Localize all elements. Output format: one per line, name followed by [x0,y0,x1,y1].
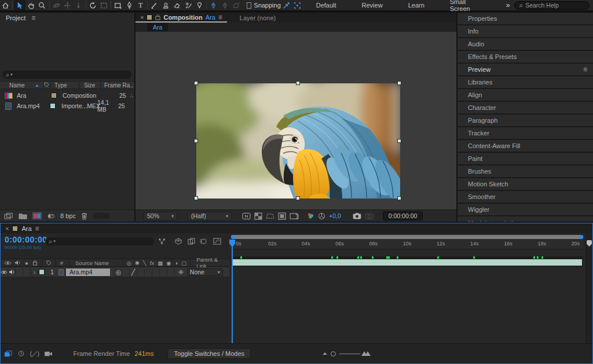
snap-features-icon[interactable] [292,0,303,10]
graph-editor-icon[interactable] [213,238,221,245]
label-color-chip[interactable] [51,93,57,98]
layer-fx-switch[interactable] [137,269,145,276]
orbit-camera-tool[interactable] [50,0,61,10]
panel-tab-mask-interpolation[interactable]: Mask Interpolation [457,216,593,222]
project-table-header[interactable]: Name ▲ Type Size Frame Ra.. [0,81,134,89]
panel-tab-align[interactable]: Align [457,89,593,101]
resolution-select[interactable]: (Half)▾ [188,212,232,220]
interpret-footage-icon[interactable] [4,212,13,220]
selection-handle-s[interactable] [296,196,300,200]
panel-menu-icon[interactable]: ≡ [218,13,222,21]
timeline-tabbar[interactable]: × Ara ≡ [1,223,592,233]
workspace-overflow-chevron[interactable]: » [491,1,515,9]
comp-mini-flowchart-icon[interactable] [158,238,166,245]
roto-brush-tool[interactable] [183,0,194,10]
panel-menu-icon[interactable]: ≡ [35,225,39,233]
snapping-checkbox[interactable] [247,2,252,9]
selection-handle-ne[interactable] [397,81,401,85]
tab-layer-none[interactable]: Layer (none) [227,14,288,21]
zoom-in-icon[interactable] [364,351,371,356]
panel-tab-motion-sketch[interactable]: Motion Sketch [457,178,593,190]
selection-handle-w[interactable] [194,139,198,143]
help-search-box[interactable]: ⌕ [514,1,590,10]
layer-source-name[interactable]: Ara.mp4 [66,269,110,276]
puppet-overlap-icon[interactable] [230,0,241,10]
grid-guides-icon[interactable] [278,212,286,220]
panel-tab-preview[interactable]: Preview ≡ [457,64,593,75]
puppet-starch-icon[interactable] [219,0,230,10]
layer-label-chip[interactable] [38,269,46,276]
selection-handle-nw[interactable] [194,81,198,85]
rotation-tool[interactable] [87,0,98,10]
project-panel-header[interactable]: Project ≡ [0,13,134,23]
exposure-icon[interactable] [318,212,325,220]
layer-quality-switch[interactable]: ╱ [130,269,137,276]
playhead-handle[interactable] [229,240,236,247]
layer-frame-blend-switch[interactable] [145,269,152,276]
workspace-tab-default[interactable]: Default [303,2,349,9]
timeline-ruler[interactable]: 0s 02s 04s 06s 08s 10s 12s 14s 16s 18s 2… [231,240,583,249]
comp-marker-bin-icon[interactable] [587,240,592,247]
panel-menu-icon[interactable]: ≡ [583,65,587,73]
current-timecode[interactable]: 0:00:00:00 [5,235,47,244]
trash-icon[interactable] [81,212,87,220]
layer-anchor-switch[interactable]: ◎ [115,269,122,276]
channel-rgb-icon[interactable] [307,212,314,219]
viewer-tab-ara[interactable]: Ara [147,23,168,31]
tab-composition-ara[interactable]: × Composition Ara ≡ [136,13,227,23]
camera-footage-icon[interactable] [44,351,53,357]
eraser-tool[interactable] [171,0,182,10]
layer-3d-switch[interactable] [167,269,175,276]
workspace-tab-learn[interactable]: Learn [396,2,437,9]
snapshot-icon[interactable] [353,212,361,219]
snap-guides-icon[interactable] [281,0,292,10]
draft-3d-icon[interactable] [174,238,182,245]
live-update-icon[interactable] [17,350,25,357]
workspace-tab-review[interactable]: Review [349,2,396,9]
panel-tab-tracker[interactable]: Tracker [457,127,593,139]
region-of-interest-icon[interactable] [266,212,274,220]
layer-lock-toggle[interactable] [23,269,31,276]
workspace-tab-small-screen[interactable]: Small Screen [437,0,491,12]
toggle-switches-modes-button[interactable]: Toggle Switches / Modes [167,348,251,359]
layer-duration-bar[interactable] [231,259,583,266]
pen-tool[interactable] [124,0,135,10]
timeline-zoom-slider[interactable] [323,351,371,356]
selection-tool[interactable] [14,0,25,10]
layer-adjustment-switch[interactable] [160,269,167,276]
puppet-pin-tool[interactable] [194,0,205,10]
layer-row-ara-mp4[interactable]: › 1 Ara.mp4 ◎ ╱ ❉ None ▾ [1,267,229,277]
new-composition-icon[interactable] [32,212,42,219]
preview-timecode[interactable]: 0:00:00:00 [383,211,423,220]
exposure-value[interactable]: +0,0 [329,212,341,219]
selection-handle-sw[interactable] [194,196,198,200]
pan-camera-tool[interactable] [62,0,73,10]
rectangle-tool[interactable] [112,0,123,10]
timeline-navigator-bar[interactable] [231,235,583,239]
clone-stamp-tool[interactable] [160,0,171,10]
project-item-ara-mp4[interactable]: Ara.mp4 Importe...MEX 14,1 MB 25 [0,101,134,111]
zoom-tool[interactable] [36,0,47,10]
timeline-column-header[interactable]: ● # Source Name ◎ ✱ ╲ fx ▦ ◉ ◑ ▢ [1,259,229,267]
transparency-grid-icon[interactable] [254,212,262,220]
show-snapshot-icon[interactable] [365,212,374,219]
home-icon[interactable] [0,0,11,10]
project-bit-depth[interactable]: 8 bpc [60,212,76,219]
puppet-pin-blue-icon[interactable] [208,0,219,10]
close-icon[interactable]: × [5,225,9,232]
layer-eye-toggle[interactable] [1,269,8,276]
layer-motion-blur-switch[interactable] [152,269,160,276]
camera-bounds-tool[interactable] [98,0,109,10]
playhead-line[interactable] [232,240,233,344]
frame-blending-icon[interactable] [188,238,195,245]
panel-tab-properties[interactable]: Properties [457,13,593,24]
selection-handle-n[interactable] [296,81,300,85]
panel-menu-icon[interactable]: ≡ [31,14,35,22]
selection-handle-e[interactable] [397,139,401,143]
panel-tab-character[interactable]: Character [457,102,593,113]
panel-tab-effects-presets[interactable]: Effects & Presets [457,51,593,62]
panel-tab-libraries[interactable]: Libraries [457,76,593,88]
panel-tab-info[interactable]: Info [457,25,593,37]
layer-audio-toggle[interactable] [8,269,16,276]
view-layout-icon[interactable] [290,212,299,220]
